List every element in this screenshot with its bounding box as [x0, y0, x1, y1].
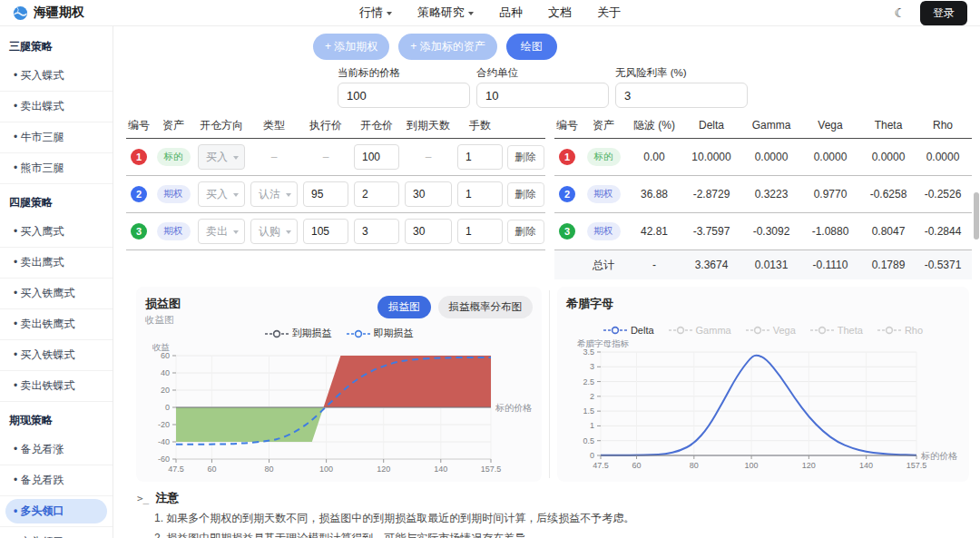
legend-item-Rho[interactable]: Rho	[877, 325, 923, 336]
value-cell: -0.3092	[741, 225, 801, 238]
value-cell: -0.2526	[917, 188, 968, 201]
lots-cell[interactable]	[455, 219, 505, 244]
select-box[interactable]: 认购	[250, 219, 298, 244]
open-price-cell[interactable]	[351, 144, 402, 170]
sidebar-item[interactable]: • 备兑看跌	[0, 465, 113, 496]
delete-button[interactable]: 删除	[507, 182, 544, 207]
contract-unit-label: 合约单位	[476, 66, 609, 80]
option-type-cell[interactable]: 认购	[248, 219, 300, 244]
delete-button[interactable]: 删除	[507, 220, 544, 244]
sidebar-item[interactable]: • 多头领口	[0, 496, 113, 527]
days-cell: –	[402, 151, 455, 163]
legend-item-到期损益[interactable]: 到期损益	[265, 327, 332, 340]
days-cell[interactable]	[402, 219, 455, 244]
lots-cell[interactable]	[455, 181, 505, 207]
nav-item-strategy-research[interactable]: 策略研究	[417, 5, 474, 21]
sidebar-item[interactable]: • 买入铁蝶式	[0, 340, 113, 371]
days-input[interactable]	[405, 181, 452, 207]
contract-unit-input[interactable]	[476, 83, 609, 108]
column-header: 开仓方向	[200, 118, 243, 133]
direction-cell[interactable]: 买入	[195, 144, 248, 170]
column-header: 执行价	[309, 118, 342, 133]
select-box[interactable]: 卖出	[198, 219, 245, 244]
login-button[interactable]: 登录	[920, 1, 967, 25]
nav-item-products[interactable]: 品种	[499, 5, 523, 21]
sidebar-item[interactable]: • 卖出铁鹰式	[0, 309, 113, 340]
greeks-card-header: 希腊字母	[566, 296, 960, 323]
open-price-cell[interactable]	[351, 219, 402, 244]
value: 0.0000	[926, 151, 960, 163]
sidebar-item[interactable]: • 买入铁鹰式	[0, 279, 113, 309]
sidebar-item[interactable]: • 熊市三腿	[0, 153, 113, 184]
nav-item-docs[interactable]: 文档	[548, 5, 572, 21]
select-value: 买入	[206, 150, 228, 165]
strike-cell[interactable]	[300, 219, 351, 244]
sidebar-item[interactable]: • 备兑看涨	[0, 435, 113, 465]
select-box[interactable]: 认沽	[250, 181, 298, 207]
nav-item-about[interactable]: 关于	[597, 5, 621, 21]
sidebar-item[interactable]: • 卖出铁蝶式	[0, 371, 113, 402]
open-price-input[interactable]	[354, 144, 399, 170]
legend-item-即期损益[interactable]: 即期损益	[347, 327, 414, 340]
delete-cell[interactable]: 删除	[505, 182, 545, 207]
days-cell[interactable]	[402, 181, 455, 207]
dark-mode-icon[interactable]: ☾	[894, 5, 906, 20]
column-header: 开仓价	[360, 118, 393, 133]
value-cell: 42.81	[627, 225, 681, 238]
sidebar-item[interactable]: • 卖出鹰式	[0, 248, 113, 279]
lots-input[interactable]	[457, 181, 503, 207]
lots-input[interactable]	[457, 219, 503, 244]
nav-item-quotes[interactable]: 行情	[359, 5, 392, 21]
scrollbar-thumb[interactable]	[974, 192, 979, 240]
svg-text:20: 20	[161, 386, 170, 395]
position-row: 2期权买入认沽删除	[126, 176, 545, 213]
delete-cell[interactable]: 删除	[505, 145, 545, 170]
select-box[interactable]: 买入	[198, 144, 245, 170]
legend-item-Vega[interactable]: Vega	[746, 325, 796, 336]
column-header: 资产	[162, 118, 184, 133]
lots-input[interactable]	[457, 144, 503, 170]
sidebar-item[interactable]: • 买入鹰式	[0, 217, 113, 248]
vertical-divider	[549, 290, 550, 478]
sidebar-item-label: • 牛市三腿	[5, 125, 107, 150]
legend-item-Gamma[interactable]: Gamma	[669, 325, 731, 336]
delete-button[interactable]: 删除	[507, 145, 544, 170]
direction-cell[interactable]: 卖出	[195, 219, 248, 244]
column-header: 隐波 (%)	[633, 118, 675, 133]
logo[interactable]: 海疆期权	[13, 5, 84, 21]
select-box[interactable]: 买入	[198, 181, 245, 207]
note-item: 1. 如果多个期权的到期天数不同，损益图中的到期损益取最近的到期时间计算，后续损…	[154, 511, 980, 526]
direction-cell[interactable]: 买入	[195, 181, 248, 207]
value: -0.1110	[813, 259, 848, 271]
value: 3.3674	[695, 259, 729, 271]
strike-input[interactable]	[303, 181, 348, 207]
value-cell: 0.3223	[741, 188, 801, 201]
legend-item-Delta[interactable]: Delta	[603, 325, 654, 336]
add-option-button[interactable]: + 添加期权	[313, 34, 389, 60]
add-underlying-button[interactable]: + 添加标的资产	[398, 34, 496, 60]
sidebar-item[interactable]: • 牛市三腿	[0, 122, 113, 153]
positions-table: 编号资产开仓方向类型执行价开仓价到期天数手数1标的买入–––删除2期权买入认沽删…	[126, 112, 545, 279]
open-price-cell[interactable]	[351, 181, 402, 207]
open-price-input[interactable]	[354, 181, 399, 207]
svg-text:-40: -40	[158, 437, 170, 446]
strike-input[interactable]	[303, 219, 348, 244]
sidebar-item[interactable]: • 买入蝶式	[0, 61, 113, 92]
delete-cell[interactable]: 删除	[505, 220, 545, 244]
lots-cell[interactable]	[455, 144, 505, 170]
sidebar-item[interactable]: • 卖出蝶式	[0, 92, 113, 122]
risk-free-rate-input[interactable]	[615, 83, 748, 108]
legend-item-Theta[interactable]: Theta	[810, 325, 863, 336]
value: 0.00	[643, 151, 664, 163]
open-price-input[interactable]	[354, 219, 399, 244]
tab-pnl-chart[interactable]: 损益图	[377, 296, 431, 318]
svg-text:140: 140	[859, 461, 873, 470]
draw-button[interactable]: 绘图	[506, 34, 557, 60]
days-input[interactable]	[405, 219, 452, 244]
tab-pnl-distribution[interactable]: 损益概率分布图	[438, 296, 534, 318]
underlying-price-input[interactable]	[338, 83, 470, 108]
value: -	[652, 259, 656, 271]
strike-cell[interactable]	[300, 181, 351, 207]
sidebar-item[interactable]: • 空头领口	[0, 527, 113, 538]
option-type-cell[interactable]: 认沽	[248, 181, 300, 207]
